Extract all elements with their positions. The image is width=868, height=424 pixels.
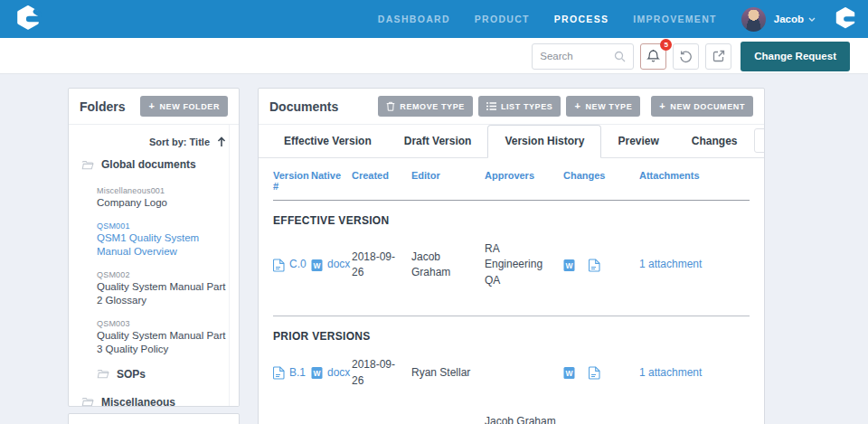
word-file-icon[interactable]: W bbox=[563, 259, 575, 272]
sort-control[interactable]: Sort by: Title bbox=[69, 125, 239, 156]
tab-draft-version[interactable]: Draft Version bbox=[388, 126, 488, 157]
notifications-button[interactable]: 5 bbox=[640, 43, 666, 70]
version-table-body: EFFECTIVE VERSIONC.0Wdocx2018-09-26Jacob… bbox=[259, 214, 764, 424]
list-types-button[interactable]: LIST TYPES bbox=[478, 96, 561, 117]
new-folder-button[interactable]: + NEW FOLDER bbox=[140, 96, 228, 117]
pdf-file-icon bbox=[273, 259, 285, 272]
user-name[interactable]: Jacob bbox=[774, 14, 804, 24]
version-row-c-0: C.0Wdocx2018-09-26Jacob GrahamRAEngineer… bbox=[273, 229, 750, 301]
pdf-file-icon[interactable] bbox=[589, 259, 600, 272]
native-link[interactable]: docx bbox=[327, 257, 350, 272]
nav-item-dashboard[interactable]: DASHBOARD bbox=[378, 14, 450, 24]
folder-item-global-documents[interactable]: Global documents bbox=[81, 158, 239, 171]
document-title: Quality System Manual Part 3 Quality Pol… bbox=[97, 329, 226, 356]
document-item-qsm002[interactable]: QSM002Quality System Manual Part 2 Gloss… bbox=[97, 270, 226, 307]
created-cell: 2018-09-26 bbox=[352, 357, 411, 389]
folder-label: Miscellaneous bbox=[101, 396, 175, 407]
word-file-icon[interactable]: W bbox=[563, 366, 575, 380]
folder-icon bbox=[81, 160, 94, 170]
svg-text:W: W bbox=[313, 369, 321, 378]
approver: RA bbox=[485, 241, 558, 257]
approver: QA bbox=[485, 273, 558, 288]
section-title-effective-version: EFFECTIVE VERSION bbox=[273, 214, 750, 227]
notification-badge: 5 bbox=[660, 39, 672, 51]
nav-item-process[interactable]: PROCESS bbox=[554, 14, 609, 24]
column-header-version: Version # bbox=[273, 170, 311, 192]
version-link[interactable]: B.1 bbox=[289, 365, 306, 381]
column-header-attachments: Attachments bbox=[639, 170, 750, 192]
column-header-approvers: Approvers bbox=[485, 170, 563, 192]
document-item-miscellaneous001[interactable]: Miscellaneous001Company Logo bbox=[97, 186, 226, 210]
secondary-toolbar: 5 Change Request bbox=[0, 38, 868, 74]
attachments-link[interactable]: 1 attachment bbox=[639, 366, 702, 379]
user-avatar[interactable] bbox=[741, 7, 766, 32]
document-title: QSM1 Quality System Manual Overview bbox=[97, 231, 226, 259]
column-header-editor: Editor bbox=[411, 170, 485, 192]
nav-item-improvement[interactable]: IMPROVEMENT bbox=[633, 14, 716, 24]
editor-cell: Jacob Graham bbox=[411, 250, 485, 281]
document-item-qsm003[interactable]: QSM003Quality System Manual Part 3 Quali… bbox=[97, 319, 226, 356]
pdf-file-icon[interactable] bbox=[589, 366, 600, 380]
changes-cell: W bbox=[563, 366, 639, 380]
change-request-button[interactable]: Change Request bbox=[741, 42, 850, 71]
reports-panel: Reports bbox=[68, 413, 240, 424]
document-code: QSM001 bbox=[97, 221, 226, 231]
trash-icon bbox=[386, 101, 395, 111]
approvers-cell: RAEngineeringQA bbox=[485, 241, 563, 288]
document-title: Quality System Manual Part 2 Glossary bbox=[97, 280, 226, 307]
chevron-down-icon[interactable] bbox=[808, 17, 816, 22]
sort-label: Sort by: Title bbox=[149, 137, 210, 147]
tab-preview[interactable]: Preview bbox=[601, 126, 675, 157]
nav-item-product[interactable]: PRODUCT bbox=[475, 14, 530, 24]
approver: Jacob Graham bbox=[485, 414, 558, 424]
document-item-qsm001[interactable]: QSM001QSM1 Quality System Manual Overvie… bbox=[97, 221, 226, 259]
app-logo-icon[interactable] bbox=[14, 5, 42, 33]
word-file-icon: W bbox=[311, 366, 323, 380]
created-cell: 2018-09-26 bbox=[352, 250, 411, 281]
pdf-file-icon bbox=[273, 366, 285, 380]
attachments-cell: 1 attachment bbox=[639, 365, 750, 381]
plus-icon: + bbox=[574, 101, 580, 111]
version-cell: C.0 bbox=[273, 257, 311, 272]
folder-item-miscellaneous[interactable]: Miscellaneous bbox=[81, 396, 239, 407]
search-input[interactable] bbox=[540, 51, 614, 61]
new-document-button[interactable]: + NEW DOCUMENT bbox=[651, 96, 753, 117]
external-link-icon bbox=[712, 50, 725, 62]
download-effective-button[interactable]: Download Effective bbox=[754, 128, 765, 153]
tab-changes[interactable]: Changes bbox=[675, 126, 754, 157]
history-icon bbox=[679, 50, 693, 63]
document-tabs: Effective Version Draft Version Version … bbox=[259, 125, 764, 158]
top-navigation-bar: DASHBOARD PRODUCT PROCESS IMPROVEMENT Ja… bbox=[0, 0, 868, 38]
folder-label: Global documents bbox=[101, 158, 196, 171]
folders-scrollbar[interactable] bbox=[229, 125, 239, 406]
remove-type-button[interactable]: REMOVE TYPE bbox=[378, 96, 473, 117]
folder-icon bbox=[81, 397, 94, 407]
attachments-link[interactable]: 1 attachment bbox=[639, 258, 702, 270]
editor-cell: Ryan Stellar bbox=[411, 365, 485, 381]
tab-effective-version[interactable]: Effective Version bbox=[268, 126, 388, 157]
version-table-header: Version # Native Created Editor Approver… bbox=[273, 158, 750, 201]
documents-panel: Documents REMOVE TYPE LIST TYPES + NEW T… bbox=[258, 88, 765, 424]
folders-panel-title: Folders bbox=[80, 99, 126, 114]
documents-actions: REMOVE TYPE LIST TYPES + NEW TYPE + NEW … bbox=[378, 96, 753, 117]
history-button[interactable] bbox=[673, 43, 699, 70]
search-icon bbox=[614, 51, 626, 62]
folder-label: SOPs bbox=[117, 368, 146, 381]
plus-icon: + bbox=[659, 101, 665, 111]
folder-tree: Global documentsMiscellaneous001Company … bbox=[69, 156, 239, 407]
folder-icon bbox=[97, 369, 109, 379]
new-type-button[interactable]: + NEW TYPE bbox=[566, 96, 640, 117]
folder-item-sops[interactable]: SOPs bbox=[97, 368, 239, 381]
tab-version-history[interactable]: Version History bbox=[487, 125, 601, 158]
version-link[interactable]: C.0 bbox=[289, 257, 307, 272]
app-logo-secondary-icon[interactable] bbox=[834, 7, 857, 31]
version-cell: B.1 bbox=[273, 365, 311, 381]
word-file-icon: W bbox=[311, 259, 323, 272]
approvers-cell: Jacob GrahamRAQAEngineering bbox=[485, 414, 563, 424]
native-link[interactable]: docx bbox=[327, 365, 350, 381]
svg-text:W: W bbox=[565, 261, 573, 270]
changes-cell: W bbox=[563, 259, 639, 272]
search-box bbox=[532, 43, 634, 70]
nav-menu: DASHBOARD PRODUCT PROCESS IMPROVEMENT Ja… bbox=[378, 7, 857, 32]
external-link-button[interactable] bbox=[705, 43, 731, 70]
